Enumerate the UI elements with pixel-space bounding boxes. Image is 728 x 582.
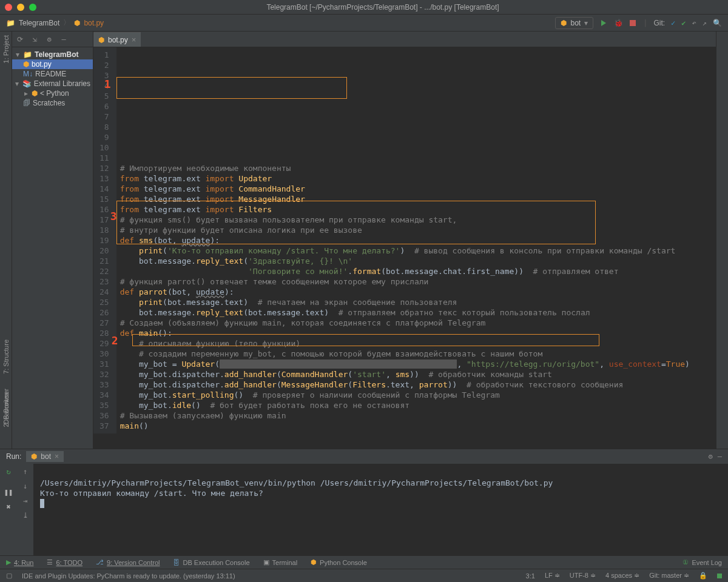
run-tab-label: bot [41,452,51,461]
debug-button[interactable]: 🐞 [614,19,622,27]
code-lines[interactable]: 1 3 2 # Импортируем необходимые компонен… [116,47,690,433]
stop-button[interactable] [629,19,637,27]
editor-tabbar: ⬢ bot.py × [93,32,716,47]
soft-wrap-icon[interactable]: ⇥ [23,497,27,505]
exit-icon[interactable]: ✖ [6,503,10,511]
tab-label: bot.py [108,36,128,44]
close-window[interactable] [5,4,12,11]
line-separator[interactable]: LF ≑ [545,572,560,580]
close-run-tab[interactable]: × [55,452,59,461]
tree-external-libs[interactable]: ▾📚External Libraries [12,79,93,89]
editor-area: ⬢ bot.py × 1 2 3 4 5 6 7 8 9 10 11 12 13… [93,32,716,449]
annotation-marker-3: 3 [110,211,117,221]
minimize-window[interactable] [17,4,24,11]
highlight-box-3 [116,201,596,244]
python-icon: ⬢ [31,452,37,461]
tool-vcs[interactable]: ⎇9: Version Control [96,558,160,566]
run-collapse-icon[interactable]: — [718,452,722,461]
editor-tab-botpy[interactable]: ⬢ bot.py × [93,32,141,47]
search-icon[interactable]: 🔍 [713,19,722,27]
scroll-end-icon[interactable]: ⤓ [22,511,29,520]
run-console[interactable]: /Users/dmitriy/PycharmProjects/TelegramB… [34,464,728,555]
expand-icon[interactable]: ⇲ [30,35,39,44]
chevron-down-icon: ▾ [584,19,588,27]
collapse-icon[interactable]: — [59,35,68,44]
bottom-tool-strip: ▶4: Run ☰6: TODO ⎇9: Version Control 🗄DB… [0,555,728,569]
tool-python-console[interactable]: ⬢Python Console [311,558,367,566]
python-icon: ⬢ [561,19,567,27]
breadcrumb[interactable]: 📁 TelegramBot 〉 ⬢ bot.py [6,18,104,28]
run-toolbar-left: ↻ ❚❚ ✖ [0,464,17,555]
close-tab-icon[interactable]: × [132,35,136,44]
rerun-icon[interactable]: ↻ [6,467,10,476]
run-button[interactable] [599,19,608,27]
folder-icon: 📁 [6,19,15,27]
project-tree[interactable]: ▾📁TelegramBot ⬢bot.py M↓README ▾📚Externa… [12,47,93,110]
tree-python-sdk[interactable]: ▸⬢< Python [12,89,93,98]
code-editor[interactable]: 1 2 3 4 5 6 7 8 9 10 11 12 13 14 15 16 1… [93,47,716,449]
status-indicator[interactable] [717,574,722,578]
run-panel-label: Run: [6,452,21,461]
tree-file-botpy[interactable]: ⬢bot.py [12,59,93,69]
favorites-tool-tab[interactable]: 2: Favorites [2,392,10,427]
run-settings-icon[interactable]: ⚙ [709,452,713,461]
file-encoding[interactable]: UTF-8 ≑ [570,572,596,580]
zoom-window[interactable] [29,4,36,11]
run-config-selector[interactable]: ⬢ bot ▾ [555,17,593,29]
readonly-lock-icon[interactable]: 🔒 [699,572,707,580]
tool-todo[interactable]: ☰6: TODO [47,558,83,566]
highlight-box-1 [116,77,347,99]
tree-project-root[interactable]: ▾📁TelegramBot [12,50,93,59]
pause-icon[interactable]: ❚❚ [4,488,13,497]
git-update-icon[interactable]: ✓ [671,19,675,27]
window-controls [5,4,36,11]
breadcrumb-file[interactable]: bot.py [84,19,104,27]
structure-tool-tab[interactable]: 7: Structure [2,340,10,374]
down-stack-icon[interactable]: ↓ [23,482,27,490]
tool-window-toggler[interactable]: ▢ [6,572,12,580]
indent-setting[interactable]: 4 spaces ≑ [605,572,639,580]
annotation-marker-1: 1 [104,79,111,89]
status-bar: ▢ IDE and Plugin Updates: PyCharm is rea… [0,569,728,582]
tool-run[interactable]: ▶4: Run [6,558,33,566]
git-branch[interactable]: Git: master ≑ [649,572,689,580]
cursor-position[interactable]: 3:1 [526,572,535,580]
git-commit-icon[interactable]: ✔ [681,19,686,27]
project-tool-tab[interactable]: 1: Project [2,35,10,63]
git-history-icon[interactable]: ↶ [692,19,696,27]
run-panel: Run: ⬢ bot × ⚙ — ↻ ❚❚ ✖ ↑ ↓ ⇥ ⤓ /Users/d… [0,449,728,555]
annotation-marker-2: 2 [112,335,118,346]
status-message[interactable]: IDE and Plugin Updates: PyCharm is ready… [22,572,235,580]
run-tab[interactable]: ⬢ bot × [26,451,64,462]
console-line-1: /Users/dmitriy/PycharmProjects/TelegramB… [40,478,553,487]
breadcrumb-project[interactable]: TelegramBot [19,19,59,27]
tree-file-readme[interactable]: M↓README [12,69,93,79]
run-toolbar-left2: ↑ ↓ ⇥ ⤓ [17,464,34,555]
tool-terminal[interactable]: ▣Terminal [263,558,298,566]
right-tool-rail [716,32,728,449]
python-file-icon: ⬢ [98,36,104,44]
console-line-2: Кто-то отправил команду /start. Что мне … [40,489,263,498]
git-revert-icon[interactable]: ↗ [703,19,707,27]
run-config-label: bot [570,19,581,27]
settings-icon[interactable]: ⚙ [45,35,53,44]
titlebar: TelegramBot [~/PycharmProjects/TelegramB… [0,0,728,15]
highlight-box-2 [132,334,599,346]
tree-scratches[interactable]: 🗐Scratches [12,98,93,108]
window-title: TelegramBot [~/PycharmProjects/TelegramB… [42,3,723,12]
navigation-bar: 📁 TelegramBot 〉 ⬢ bot.py ⬢ bot ▾ 🐞 | Git… [0,15,728,32]
git-label: Git: [653,19,665,27]
breadcrumb-separator: 〉 [63,18,70,28]
up-stack-icon[interactable]: ↑ [23,467,27,476]
tool-db[interactable]: 🗄DB Execution Console [173,559,249,566]
tool-event-log[interactable]: ①Event Log [682,558,722,566]
sync-icon[interactable]: ⟳ [16,35,24,44]
line-gutter[interactable]: 1 2 3 4 5 6 7 8 9 10 11 12 13 14 15 16 1… [93,47,116,433]
project-sidebar: ⟳ ⇲ ⚙ — ▾📁TelegramBot ⬢bot.py M↓README ▾… [12,32,93,449]
python-file-icon: ⬢ [74,19,80,27]
console-cursor [40,499,44,508]
